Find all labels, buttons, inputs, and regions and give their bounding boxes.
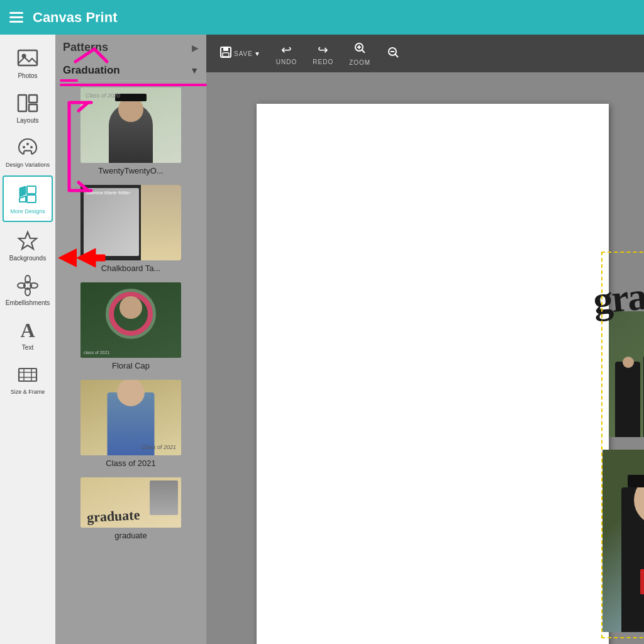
sidebar-item-size-frame[interactable]: Size & Frame bbox=[0, 357, 55, 401]
undo-button[interactable]: ↩ UNDO bbox=[276, 42, 297, 65]
svg-line-24 bbox=[362, 50, 365, 53]
design-variations-label: Design Variations bbox=[6, 162, 50, 168]
sidebar-item-backgrounds[interactable]: Backgrounds bbox=[0, 223, 55, 268]
embellishments-label: Embellishments bbox=[6, 299, 50, 306]
category-label: Graduation bbox=[63, 64, 120, 77]
patterns-title: Patterns bbox=[63, 41, 108, 54]
hamburger-menu[interactable] bbox=[9, 12, 23, 23]
sidebar-item-embellishments[interactable]: Embellishments bbox=[0, 268, 55, 313]
design-item-twentytwenty[interactable]: Class of 2020 TwentyTwentyO... bbox=[62, 87, 200, 175]
category-selector[interactable]: Graduation ▼ bbox=[55, 60, 206, 81]
svg-point-7 bbox=[30, 146, 33, 148]
svg-rect-22 bbox=[223, 53, 229, 57]
save-label: SAVE bbox=[234, 50, 253, 57]
patterns-header: Patterns ▶ bbox=[55, 35, 206, 60]
canvas-area: SAVE ▼ ↩ UNDO ↪ REDO ZOOM bbox=[206, 35, 644, 644]
svg-line-28 bbox=[396, 54, 399, 57]
svg-rect-15 bbox=[19, 369, 36, 381]
design-thumb-twentytwenty: Class of 2020 bbox=[80, 87, 181, 163]
design-item-chalkboard[interactable]: Sabrina Marie Miller Class of 2021 Chalk… bbox=[62, 185, 200, 273]
zoom-button[interactable]: ZOOM bbox=[349, 41, 370, 66]
layouts-icon bbox=[16, 92, 39, 114]
more-designs-icon bbox=[16, 183, 39, 206]
main-layout: Photos Layouts Design Variations bbox=[0, 35, 644, 644]
svg-rect-4 bbox=[29, 104, 37, 111]
patterns-arrow-right[interactable]: ▶ bbox=[192, 43, 199, 53]
design-thumb-chalkboard: Sabrina Marie Miller Class of 2021 bbox=[80, 185, 181, 260]
icon-sidebar: Photos Layouts Design Variations bbox=[0, 35, 55, 644]
app-header: Canvas Print bbox=[0, 0, 644, 35]
design-item-floral-cap[interactable]: class of 2021 Floral Cap bbox=[62, 282, 200, 370]
design-label-twentytwenty: TwentyTwentyO... bbox=[98, 166, 163, 175]
design-label-chalkboard: Chalkboard Ta... bbox=[101, 264, 160, 273]
undo-icon: ↩ bbox=[281, 42, 292, 57]
svg-rect-2 bbox=[18, 95, 26, 111]
save-dropdown-arrow[interactable]: ▼ bbox=[254, 50, 260, 57]
design-thumb-class2021: Class of 2021 bbox=[80, 380, 181, 455]
sidebar-item-design-variations[interactable]: Design Variations bbox=[0, 130, 55, 174]
zoom-out-icon bbox=[386, 45, 400, 62]
toolbar: SAVE ▼ ↩ UNDO ↪ REDO ZOOM bbox=[206, 35, 644, 72]
photos-icon bbox=[16, 47, 39, 70]
design-thumb-floral: class of 2021 bbox=[80, 282, 181, 358]
design-label-class2021: Class of 2021 bbox=[106, 458, 156, 468]
svg-point-5 bbox=[23, 146, 25, 148]
palette-icon bbox=[16, 136, 39, 159]
svg-rect-0 bbox=[18, 50, 37, 65]
app-title: Canvas Print bbox=[33, 9, 118, 26]
more-designs-label: More Designs bbox=[10, 208, 45, 214]
redo-icon: ↪ bbox=[318, 42, 328, 57]
layouts-label: Layouts bbox=[16, 117, 38, 124]
save-icon bbox=[219, 45, 233, 62]
category-dropdown-arrow[interactable]: ▼ bbox=[190, 65, 199, 75]
text-icon: A bbox=[16, 319, 39, 341]
design-thumb-graduate: graduate bbox=[80, 477, 181, 528]
text-label: Text bbox=[22, 344, 33, 351]
sidebar-item-text[interactable]: A Text bbox=[0, 313, 55, 357]
designs-list: Class of 2020 TwentyTwentyO... Sabrina M… bbox=[55, 81, 206, 644]
backgrounds-label: Backgrounds bbox=[9, 255, 46, 262]
zoom-label: ZOOM bbox=[349, 59, 370, 66]
sidebar-item-more-designs[interactable]: More Designs bbox=[3, 175, 53, 222]
design-label-floral: Floral Cap bbox=[112, 361, 150, 370]
svg-rect-9 bbox=[27, 195, 36, 203]
save-button[interactable]: SAVE ▼ bbox=[219, 45, 260, 62]
frame-icon bbox=[16, 364, 39, 386]
graduation-group-photo bbox=[609, 311, 644, 437]
zoom-out-button[interactable] bbox=[386, 45, 400, 62]
sidebar-item-layouts[interactable]: Layouts bbox=[0, 86, 55, 130]
print-canvas bbox=[257, 104, 609, 644]
undo-label: UNDO bbox=[276, 58, 297, 65]
canvas-workspace[interactable]: graduate bbox=[206, 72, 644, 644]
design-item-class2021[interactable]: Class of 2021 Class of 2021 bbox=[62, 380, 200, 468]
photos-label: Photos bbox=[18, 72, 37, 79]
redo-label: REDO bbox=[313, 58, 333, 65]
backgrounds-icon bbox=[16, 230, 39, 252]
svg-rect-8 bbox=[27, 186, 36, 194]
size-frame-label: Size & Frame bbox=[11, 389, 45, 395]
redo-button[interactable]: ↪ REDO bbox=[313, 42, 333, 65]
design-item-graduate[interactable]: graduate graduate bbox=[62, 477, 200, 540]
patterns-panel: Patterns ▶ Graduation ▼ Class of 2020 Tw… bbox=[55, 35, 206, 644]
svg-rect-21 bbox=[223, 47, 228, 51]
sidebar-item-photos[interactable]: Photos bbox=[0, 41, 55, 86]
zoom-icon bbox=[353, 41, 367, 58]
svg-rect-3 bbox=[29, 95, 37, 103]
design-label-graduate: graduate bbox=[114, 531, 147, 540]
graduation-portrait-photo bbox=[602, 450, 644, 632]
svg-point-6 bbox=[26, 143, 29, 145]
embellishments-icon bbox=[16, 274, 39, 297]
